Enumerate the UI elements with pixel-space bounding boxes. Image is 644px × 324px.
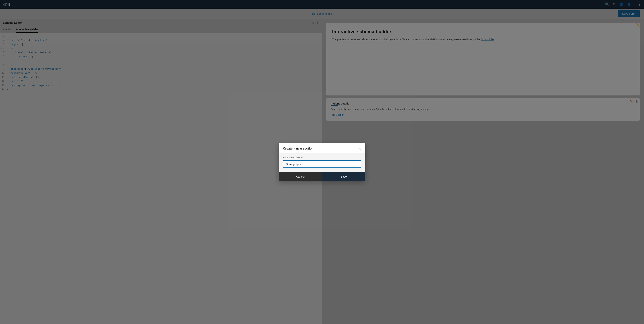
modal-footer: Cancel Save xyxy=(279,172,365,181)
modal-close-button[interactable]: × xyxy=(359,147,361,150)
modal-cancel-button[interactable]: Cancel xyxy=(279,172,322,181)
section-title-input[interactable] xyxy=(283,160,361,168)
create-section-modal: Create a new section × Enter a section t… xyxy=(279,143,365,181)
modal-header: Create a new section × xyxy=(279,143,365,153)
modal-title: Create a new section xyxy=(283,147,314,150)
modal-save-button[interactable]: Save xyxy=(322,172,365,181)
modal-overlay: Create a new section × Enter a section t… xyxy=(0,0,644,324)
modal-input-label: Enter a section title xyxy=(283,156,361,159)
modal-body: Enter a section title xyxy=(279,153,365,172)
